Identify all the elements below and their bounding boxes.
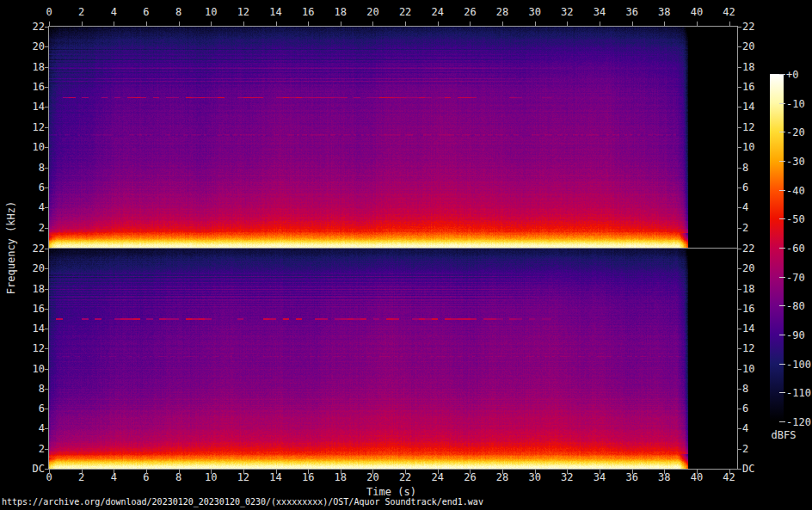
y-tick-mark xyxy=(45,449,48,450)
x-tick-label: 12 xyxy=(231,7,256,17)
x-tick-mark xyxy=(405,470,406,474)
colorbar-tick-label: -10 xyxy=(786,99,812,109)
x-tick-mark xyxy=(243,22,244,26)
x-tick-label: 6 xyxy=(133,7,159,17)
colorbar-tick-label: -80 xyxy=(786,301,812,311)
y-tick-mark xyxy=(45,309,48,310)
spectrogram-canvas-channel-2 xyxy=(49,249,737,469)
y-tick-label: 2 xyxy=(742,444,772,454)
y-tick-label: 8 xyxy=(742,163,772,173)
y-tick-label: 6 xyxy=(15,182,45,193)
y-tick-mark xyxy=(45,27,48,28)
x-tick-mark xyxy=(405,22,406,26)
y-tick-mark xyxy=(738,449,741,450)
x-tick-label: 10 xyxy=(198,7,224,17)
y-tick-label: 6 xyxy=(15,403,45,414)
x-tick-mark xyxy=(438,470,439,474)
x-tick-mark xyxy=(502,22,503,26)
x-tick-label: 40 xyxy=(684,7,710,17)
y-tick-mark xyxy=(738,46,741,47)
y-tick-label: 10 xyxy=(15,142,45,152)
x-tick-mark xyxy=(632,470,633,474)
axis-line-middle xyxy=(49,248,738,249)
y-tick-label: 18 xyxy=(15,62,45,72)
source-url-text: https://archive.org/download/20230120_20… xyxy=(2,497,483,507)
x-tick-label: 28 xyxy=(489,7,515,17)
colorbar-tick-label: -40 xyxy=(786,186,812,196)
x-tick-mark xyxy=(341,22,341,26)
colorbar-tick-mark xyxy=(779,392,785,393)
y-tick-mark xyxy=(45,409,48,409)
y-tick-label: 2 xyxy=(15,223,45,233)
x-tick-mark xyxy=(664,22,665,26)
y-tick-mark xyxy=(45,107,48,108)
x-tick-mark xyxy=(438,22,439,26)
x-tick-mark xyxy=(535,22,536,26)
y-tick-label: 20 xyxy=(742,41,772,52)
x-tick-mark xyxy=(243,470,244,474)
x-tick-label: 36 xyxy=(619,7,645,17)
axis-line-top xyxy=(48,26,738,27)
y-tick-mark xyxy=(738,147,741,148)
y-tick-label: 14 xyxy=(742,101,772,112)
x-tick-mark xyxy=(535,470,536,474)
colorbar-tick-mark xyxy=(779,335,785,335)
y-tick-mark xyxy=(45,289,48,290)
colorbar-tick-mark xyxy=(779,132,785,132)
colorbar-tick-label: -50 xyxy=(786,214,812,224)
x-tick-mark xyxy=(179,470,180,474)
colorbar-tick-label: -110 xyxy=(786,388,812,398)
y-tick-mark xyxy=(738,389,741,390)
y-tick-mark xyxy=(738,369,741,370)
y-tick-mark xyxy=(738,168,741,169)
x-tick-mark xyxy=(276,22,277,26)
colorbar-tick-label: -120 xyxy=(786,417,812,427)
axis-line-bottom xyxy=(48,469,738,470)
x-tick-mark xyxy=(211,22,212,26)
y-tick-mark xyxy=(45,87,48,88)
colorbar-tick-mark xyxy=(779,364,785,365)
y-tick-label: 6 xyxy=(742,182,772,193)
y-tick-mark xyxy=(738,289,741,290)
y-tick-mark xyxy=(45,228,48,229)
y-tick-mark xyxy=(45,168,48,169)
y-tick-label: 22 xyxy=(742,22,772,32)
y-tick-mark xyxy=(738,268,741,269)
colorbar-tick-label: -60 xyxy=(786,243,812,254)
x-tick-label: 4 xyxy=(101,7,126,17)
x-tick-mark xyxy=(211,470,212,474)
y-tick-label: 16 xyxy=(742,304,772,314)
x-tick-mark xyxy=(729,22,730,26)
y-tick-mark xyxy=(738,409,741,409)
y-tick-label: 18 xyxy=(742,284,772,294)
y-tick-label: 6 xyxy=(742,403,772,414)
y-tick-mark xyxy=(45,329,48,329)
colorbar-tick-mark xyxy=(779,190,785,191)
y-tick-label: 14 xyxy=(742,323,772,334)
y-tick-mark xyxy=(45,147,48,148)
y-tick-label: 8 xyxy=(742,384,772,394)
colorbar-tick-mark xyxy=(779,103,785,104)
x-tick-mark xyxy=(600,470,600,474)
x-tick-mark xyxy=(372,470,373,474)
x-tick-mark xyxy=(49,470,50,474)
y-tick-label: 12 xyxy=(15,343,45,353)
y-tick-mark xyxy=(738,107,741,108)
y-tick-label: 14 xyxy=(15,101,45,112)
axis-line-right xyxy=(737,26,738,470)
colorbar-tick-mark xyxy=(779,74,785,75)
x-tick-label: 42 xyxy=(717,7,742,17)
x-tick-label: 18 xyxy=(328,7,354,17)
x-tick-mark xyxy=(341,470,341,474)
spectrogram-canvas-channel-1 xyxy=(49,27,737,248)
x-tick-mark xyxy=(82,470,83,474)
y-tick-label: 14 xyxy=(15,323,45,334)
colorbar-unit-label: dBFS xyxy=(765,429,803,441)
y-tick-mark xyxy=(45,348,48,349)
status-bar: https://archive.org/download/20230120_20… xyxy=(2,496,483,507)
y-tick-mark xyxy=(738,27,741,28)
x-tick-label: 38 xyxy=(651,7,677,17)
colorbar-tick-mark xyxy=(779,305,785,306)
colorbar-tick-mark xyxy=(779,218,785,219)
y-tick-label: 12 xyxy=(742,122,772,132)
